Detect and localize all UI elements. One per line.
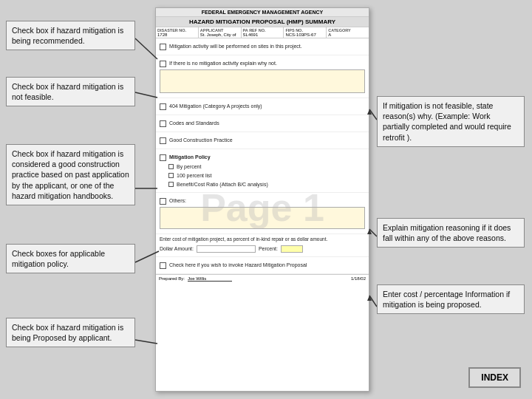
prepared-value: Joe Willis [188, 276, 232, 282]
section-404-text: 404 Mitigation (Category A projects only… [169, 103, 262, 109]
proposed-label-text: Check here if you wish to invoke Hazard … [169, 262, 307, 268]
checkbox-row-404: 404 Mitigation (Category A projects only… [160, 103, 365, 110]
checkbox-row-good-construction: Good Construction Practice [160, 137, 365, 144]
fips-cell: FIPS NO. NCS-103PS-67 [284, 27, 327, 38]
codes-text: Codes and Standards [169, 120, 219, 126]
fips-value: NCS-103PS-67 [285, 33, 316, 37]
checkbox-by-percent[interactable] [168, 164, 174, 169]
svg-line-7 [369, 229, 377, 236]
checkbox-mitigation-policy[interactable] [160, 154, 166, 161]
annotation-mitigation-policy: Check boxes for applicable mitigation po… [6, 244, 135, 273]
disaster-value: 1728 [157, 33, 167, 37]
section-codes: Codes and Standards [156, 115, 369, 132]
doc-info-row: DISASTER NO. 1728 APPLICANT St. Joseph, … [156, 27, 369, 38]
annotation-proposed: Check box if hazard mitigation is being … [6, 318, 135, 347]
prepared-row: Prepared By: Joe Willis 1/18/02 [156, 274, 369, 283]
category-label: CATEGORY [328, 28, 367, 33]
checkbox-row-mitigation-activity: Mitigation activity will be performed on… [160, 43, 365, 50]
percent-field[interactable] [281, 245, 303, 253]
svg-line-5 [369, 109, 377, 120]
checkbox-100-percent[interactable] [168, 173, 174, 178]
checkbox-row-others: Others: [160, 197, 365, 205]
not-feasible-text: If there is no mitigation activity expla… [169, 60, 277, 66]
not-feasible-reason-field[interactable] [160, 69, 365, 93]
prepared-label: Prepared By: [159, 276, 185, 281]
svg-line-1 [135, 92, 157, 98]
annotation-good-construction: Check box if hazard mitigation is consid… [6, 144, 135, 205]
document-title: HAZARD MITIGATION PROPOSAL (HMP) SUMMARY [156, 17, 369, 27]
applicant-value: St. Joseph, City of [200, 33, 236, 37]
checkbox-row-by-percent: By percent [168, 163, 365, 170]
checkbox-row-benefit-cost: Benefit/Cost Ratio (Attach B/C analysis) [168, 181, 365, 188]
checkbox-row-100-percent: 100 percent list [168, 172, 365, 179]
pa-ref-cell: PA REF NO. SL4691 [242, 27, 284, 38]
svg-line-0 [135, 38, 157, 59]
svg-line-9 [369, 296, 377, 307]
document-body: Page 1 Mitigation activity will be perfo… [156, 38, 369, 377]
policy-options-group: By percent 100 percent list Benefit/Cost… [168, 163, 365, 188]
section-not-feasible: If there is no mitigation activity expla… [156, 55, 369, 98]
checkbox-others[interactable] [160, 198, 166, 205]
checkbox-not-feasible[interactable] [160, 61, 166, 67]
disaster-cell: DISASTER NO. 1728 [156, 27, 199, 38]
checkbox-row-codes: Codes and Standards [160, 120, 365, 127]
cost-label-text: Enter cost of mitigation project, as per… [160, 236, 365, 242]
section-404: 404 Mitigation (Category A projects only… [156, 98, 369, 115]
category-value: A [328, 33, 331, 37]
section-proposed: Check here if you wish to invoke Hazard … [156, 257, 369, 274]
section-others: Others: [156, 193, 369, 234]
annotation-right-reasoning: Explain mitigation reasoning if it does … [377, 218, 525, 248]
category-cell: CATEGORY A [327, 27, 369, 38]
checkbox-404[interactable] [160, 103, 166, 110]
checkbox-row-proposed: Check here if you wish to invoke Hazard … [160, 262, 365, 269]
checkbox-mitigation-activity[interactable] [160, 44, 166, 50]
checkbox-good-construction[interactable] [160, 137, 166, 144]
section-mitigation-activity: Mitigation activity will be performed on… [156, 38, 369, 55]
dollar-amount-field[interactable] [197, 245, 256, 253]
pa-ref-value: SL4691 [243, 33, 259, 37]
applicant-cell: APPLICANT St. Joseph, City of [199, 27, 242, 38]
section-cost: Enter cost of mitigation project, as per… [156, 234, 369, 256]
others-text-field[interactable] [160, 207, 365, 229]
section-mitigation-policy: Mitigation Policy By percent 100 percent… [156, 149, 369, 193]
by-percent-text: By percent [177, 163, 201, 170]
good-construction-text: Good Construction Practice [169, 137, 233, 143]
100-percent-text: 100 percent list [177, 172, 211, 179]
document-container: FEDERAL EMERGENCY MANAGEMENT AGENCY HAZA… [155, 7, 369, 392]
dollar-row: Dollar Amount: Percent: [160, 245, 365, 253]
checkbox-row-mitigation-policy: Mitigation Policy [160, 154, 365, 161]
annotation-recommend: Check box if hazard mitigation is being … [6, 21, 135, 50]
index-button[interactable]: INDEX [468, 367, 521, 388]
annotation-right-not-feasible: If mitigation is not feasible, state rea… [377, 96, 525, 147]
svg-line-4 [135, 340, 157, 344]
date-value: 1/18/02 [351, 276, 366, 281]
checkbox-row-not-feasible: If there is no mitigation activity expla… [160, 60, 365, 67]
benefit-cost-text: Benefit/Cost Ratio (Attach B/C analysis) [177, 181, 268, 188]
agency-header: FEDERAL EMERGENCY MANAGEMENT AGENCY [156, 8, 369, 17]
mitigation-activity-text: Mitigation activity will be performed on… [169, 43, 302, 50]
dollar-label: Dollar Amount: [160, 245, 194, 252]
mitigation-policy-text: Mitigation Policy [169, 154, 211, 160]
checkbox-codes[interactable] [160, 120, 166, 127]
checkbox-proposed[interactable] [160, 262, 166, 269]
checkbox-benefit-cost[interactable] [168, 182, 174, 187]
section-good-construction: Good Construction Practice [156, 132, 369, 149]
annotation-right-cost: Enter cost / percentage Information if m… [377, 284, 525, 314]
percent-label: Percent: [259, 245, 278, 252]
others-label-text: Others: [169, 197, 186, 204]
annotation-not-feasible: Check box if hazard mitigation is not fe… [6, 77, 135, 106]
